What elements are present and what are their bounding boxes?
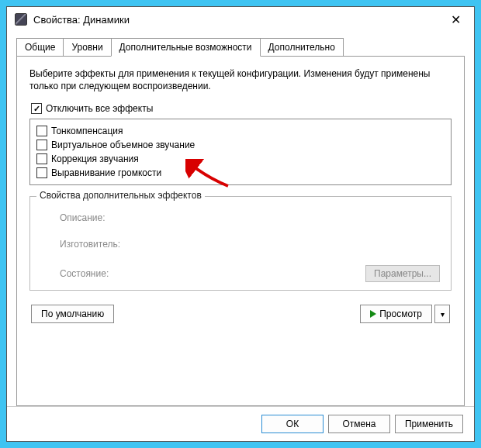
speaker-app-icon xyxy=(15,13,27,26)
content-area: Общие Уровни Дополнительные возможности … xyxy=(7,32,474,406)
tab-enhancements[interactable]: Дополнительные возможности xyxy=(111,38,261,57)
restore-defaults-button[interactable]: По умолчанию xyxy=(31,305,114,323)
tab-strip: Общие Уровни Дополнительные возможности … xyxy=(16,38,465,57)
dialog-footer: ОК Отмена Применить xyxy=(7,406,474,441)
checkbox-icon xyxy=(36,153,47,164)
close-icon[interactable]: ✕ xyxy=(445,10,466,29)
cancel-button[interactable]: Отмена xyxy=(328,415,390,433)
checkbox-icon xyxy=(36,167,47,178)
effect-label: Выравнивание громкости xyxy=(51,167,161,178)
preview-button[interactable]: Просмотр xyxy=(360,305,432,323)
instructions-text: Выберите эффекты для применения к текуще… xyxy=(29,67,452,92)
effect-item[interactable]: Виртуальное объемное звучание xyxy=(36,138,445,152)
ok-button[interactable]: ОК xyxy=(261,415,324,433)
tab-general[interactable]: Общие xyxy=(16,38,64,57)
effect-item[interactable]: Коррекция звучания xyxy=(36,152,445,166)
checkbox-icon: ✓ xyxy=(31,103,42,114)
effect-label: Коррекция звучания xyxy=(51,153,139,164)
titlebar: Свойства: Динамики ✕ xyxy=(7,7,474,32)
play-icon xyxy=(370,310,376,318)
tab-panel-enhancements: Выберите эффекты для применения к текуще… xyxy=(16,56,465,406)
effect-label: Виртуальное объемное звучание xyxy=(51,140,195,150)
chevron-down-icon: ▾ xyxy=(441,310,445,319)
effect-item[interactable]: Тонкомпенсация xyxy=(36,124,445,138)
effect-properties-group: Свойства дополнительных эффектов Описани… xyxy=(29,196,452,291)
disable-all-label: Отключить все эффекты xyxy=(46,103,153,114)
tab-levels[interactable]: Уровни xyxy=(63,38,111,57)
description-label: Описание: xyxy=(60,212,440,223)
checkbox-icon xyxy=(36,140,47,150)
parameters-button: Параметры... xyxy=(365,265,440,282)
preview-button-group: Просмотр ▾ xyxy=(360,305,450,323)
disable-all-effects-checkbox[interactable]: ✓ Отключить все эффекты xyxy=(31,103,452,114)
window-title: Свойства: Динамики xyxy=(33,14,445,26)
apply-button[interactable]: Применить xyxy=(395,415,463,433)
effects-list: Тонкомпенсация Виртуальное объемное звуч… xyxy=(29,119,452,185)
action-buttons-row: По умолчанию Просмотр ▾ xyxy=(29,305,452,331)
vendor-label: Изготовитель: xyxy=(60,239,440,250)
effect-label: Тонкомпенсация xyxy=(51,126,123,136)
group-legend: Свойства дополнительных эффектов xyxy=(36,190,205,201)
tab-advanced[interactable]: Дополнительно xyxy=(260,38,344,57)
status-label: Состояние: xyxy=(60,268,109,279)
checkbox-icon xyxy=(36,126,47,136)
effect-item[interactable]: Выравнивание громкости xyxy=(36,166,445,180)
properties-window: Свойства: Динамики ✕ Общие Уровни Дополн… xyxy=(6,6,475,442)
preview-label: Просмотр xyxy=(379,308,422,319)
preview-dropdown-button[interactable]: ▾ xyxy=(434,305,450,323)
